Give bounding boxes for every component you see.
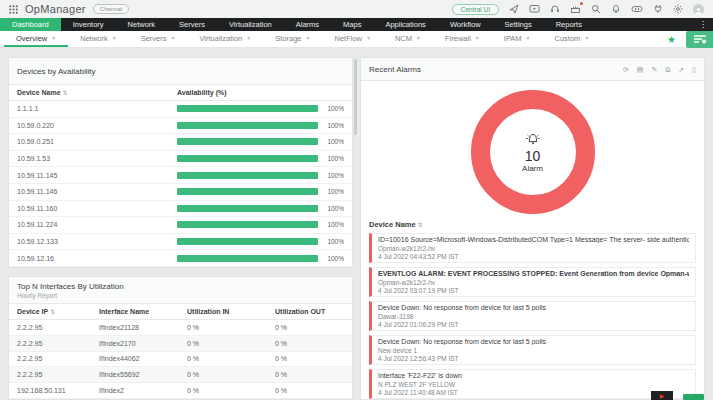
- table-row[interactable]: 2.2.2.95 IfIndex55692 0 % 0 %: [9, 367, 352, 383]
- remove-icon[interactable]: ▯: [692, 66, 696, 73]
- favorite-star-icon[interactable]: ★: [667, 34, 676, 45]
- table-row[interactable]: 10.59.0.220 100%: [9, 118, 352, 135]
- device-name-link[interactable]: 1.1.1.1: [17, 105, 177, 112]
- alarm-count-donut[interactable]: 10 Alarm: [471, 90, 595, 214]
- alarm-card[interactable]: ID=10016 Source=Microsoft-Windows-Distri…: [369, 233, 696, 263]
- subnav-tab-overview[interactable]: Overview ▼: [4, 31, 68, 47]
- device-name-link[interactable]: 10.59.0.220: [17, 122, 177, 129]
- device-ip-link[interactable]: 2.2.2.95: [17, 355, 99, 362]
- interfaces-table-body: 2.2.2.95 IfIndex21128 0 % 0 % 2.2.2.95 I…: [9, 320, 352, 399]
- search-icon[interactable]: [591, 4, 601, 14]
- nav-tab-settings[interactable]: Settings: [493, 18, 544, 31]
- nav-tab-reports[interactable]: Reports: [544, 18, 594, 31]
- subnav-tab-servers[interactable]: Servers ▼: [129, 31, 188, 47]
- alarms-body: 10 Alarm Device Name⇅ ID=10016 Source=Mi…: [361, 90, 704, 399]
- location-badge[interactable]: Chennai: [93, 4, 129, 14]
- availability-value: 100%: [324, 238, 344, 245]
- video-record-button[interactable]: ▶: [651, 391, 673, 400]
- availability-value: 100%: [324, 122, 344, 129]
- table-row[interactable]: 10.59.0.251 100%: [9, 134, 352, 151]
- support-headset-icon[interactable]: [550, 4, 560, 14]
- table-row[interactable]: 192.168.50.131 IfIndex2 0 % 0 %: [9, 383, 352, 399]
- central-ui-button[interactable]: Central UI: [452, 4, 499, 15]
- availability-value: 100%: [324, 105, 344, 112]
- table-row[interactable]: 10.59.11.224 100%: [9, 217, 352, 234]
- subnav-tab-ipam[interactable]: IPAM ▼: [492, 31, 543, 47]
- edit-icon[interactable]: ✎: [651, 66, 657, 73]
- table-row[interactable]: 2.2.2.95 IfIndex44062 0 % 0 %: [9, 352, 352, 368]
- sort-icon[interactable]: ⇅: [418, 222, 423, 228]
- dashboard-subnav: Overview ▼ Network ▼ Servers ▼ Virtualiz…: [0, 31, 713, 48]
- alarm-card[interactable]: Device Down: No response from device for…: [369, 335, 696, 365]
- device-name-link[interactable]: 10.59.12.133: [17, 238, 177, 245]
- device-ip-link[interactable]: 192.168.50.131: [17, 387, 99, 394]
- devices-icon[interactable]: [631, 4, 643, 14]
- subnav-tab-netflow[interactable]: NetFlow ▼: [322, 31, 382, 47]
- dashboard-actions-button[interactable]: [686, 31, 713, 48]
- nav-tab-network[interactable]: Network: [116, 18, 168, 31]
- rocket-icon[interactable]: [509, 4, 519, 14]
- notifications-bell-icon[interactable]: [611, 4, 621, 14]
- nav-tab-workflow[interactable]: Workflow: [438, 18, 493, 31]
- table-row[interactable]: 10.59.11.145 100%: [9, 167, 352, 184]
- alarm-message: EVENTLOG ALARM: EVENT PROCESSING STOPPED…: [378, 270, 689, 277]
- nav-tab-virtualization[interactable]: Virtualization: [217, 18, 284, 31]
- device-name-link[interactable]: 10.59.11.146: [17, 188, 177, 195]
- table-row[interactable]: 10.59.12.133 100%: [9, 234, 352, 251]
- video-tour-icon[interactable]: [529, 4, 540, 14]
- user-avatar[interactable]: [693, 4, 704, 15]
- page-scrollbar-thumb[interactable]: [354, 59, 357, 135]
- apps-grid-icon[interactable]: [9, 5, 18, 14]
- device-name-link[interactable]: 10.59.12.16: [17, 255, 177, 262]
- device-name-link[interactable]: 10.59.1.53: [17, 155, 177, 162]
- alarm-card[interactable]: EVENTLOG ALARM: EVENT PROCESSING STOPPED…: [369, 267, 696, 297]
- share-icon[interactable]: ↗: [678, 66, 684, 73]
- subnav-tab-virtualization[interactable]: Virtualization ▼: [187, 31, 263, 47]
- table-row[interactable]: 2.2.2.95 IfIndex21128 0 % 0 %: [9, 320, 352, 336]
- nav-overflow-icon[interactable]: ⋮: [693, 18, 713, 31]
- grid-view-icon[interactable]: ▤: [637, 66, 644, 73]
- table-row[interactable]: 10.59.12.16 100%: [9, 250, 352, 267]
- record-icon: ▶: [660, 393, 665, 399]
- device-ip-link[interactable]: 2.2.2.95: [17, 340, 99, 347]
- table-row[interactable]: 2.2.2.95 IfIndex2170 0 % 0 %: [9, 336, 352, 352]
- chevron-down-icon: ▼: [51, 35, 56, 41]
- device-ip-link[interactable]: 2.2.2.95: [17, 324, 99, 331]
- alarm-list-header[interactable]: Device Name⇅: [369, 220, 696, 229]
- plug-icon[interactable]: [653, 4, 663, 14]
- nav-tab-alarms[interactable]: Alarms: [284, 18, 331, 31]
- alarm-card[interactable]: Device Down: No response from device for…: [369, 301, 696, 331]
- table-row[interactable]: 10.59.1.53 100%: [9, 151, 352, 168]
- alarm-card[interactable]: Interface 'F22-F22' is down N PLZ WEST 2…: [369, 369, 696, 399]
- subnav-tab-network[interactable]: Network ▼: [68, 31, 128, 47]
- device-name-link[interactable]: 10.59.0.251: [17, 138, 177, 145]
- settings-gear-icon[interactable]: [673, 4, 683, 14]
- sort-icon[interactable]: ⇅: [50, 309, 55, 315]
- device-name-link[interactable]: 10.59.11.145: [17, 172, 177, 179]
- device-ip-link[interactable]: 2.2.2.95: [17, 371, 99, 378]
- availability-bar: [177, 122, 318, 129]
- availability-bar: [177, 221, 318, 228]
- nav-tab-maps[interactable]: Maps: [331, 18, 373, 31]
- table-row[interactable]: 1.1.1.1 100%: [9, 101, 352, 118]
- chat-button[interactable]: [683, 394, 704, 400]
- nav-tab-servers[interactable]: Servers: [167, 18, 217, 31]
- nav-tab-dashboard[interactable]: Dashboard: [0, 18, 61, 31]
- table-row[interactable]: 10.59.11.146 100%: [9, 184, 352, 201]
- whats-new-icon[interactable]: [570, 4, 581, 14]
- subnav-tab-storage[interactable]: Storage ▼: [263, 31, 322, 47]
- subnav-tab-custom[interactable]: Custom ▼: [543, 31, 602, 47]
- device-name-link[interactable]: 10.59.11.224: [17, 221, 177, 228]
- subnav-tab-firewall[interactable]: Firewall ▼: [433, 31, 492, 47]
- availability-bar: [177, 255, 318, 262]
- device-name-link[interactable]: 10.59.11.160: [17, 205, 177, 212]
- refresh-icon[interactable]: ⟳: [623, 66, 629, 73]
- nav-tab-inventory[interactable]: Inventory: [61, 18, 116, 31]
- utilization-in-value: 0 %: [187, 387, 275, 394]
- subnav-tab-ncm[interactable]: NCM ▼: [383, 31, 433, 47]
- table-row[interactable]: 10.59.11.160 100%: [9, 201, 352, 218]
- panel-title: Recent Alarms: [369, 65, 421, 74]
- nav-tab-applications[interactable]: Applications: [373, 18, 437, 31]
- sort-icon[interactable]: ⇅: [63, 90, 68, 96]
- copy-icon[interactable]: ⧉: [665, 66, 670, 73]
